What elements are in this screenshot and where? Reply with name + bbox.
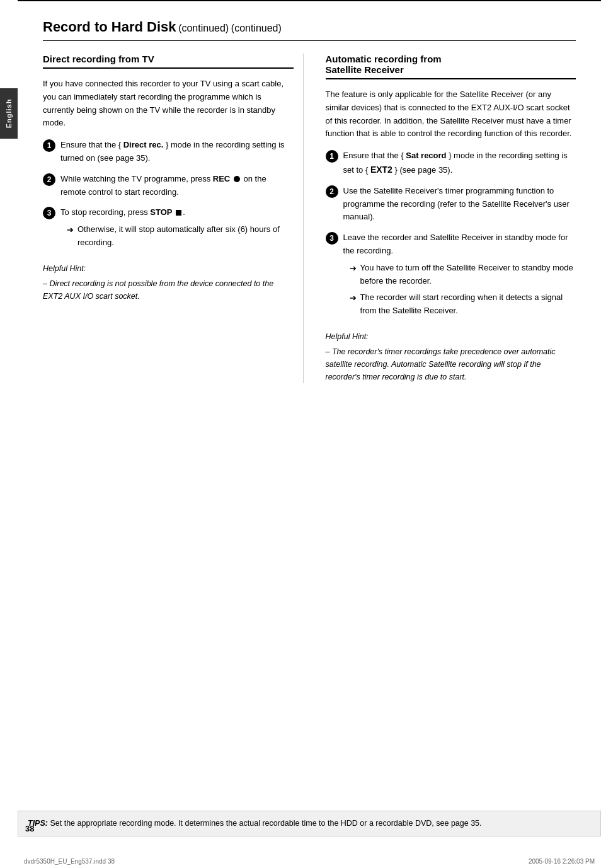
- right-section-header: Automatic recording from Satellite Recei…: [326, 54, 576, 79]
- page-title-continued-text: (continued): [231, 23, 282, 33]
- main-content: Record to Hard Disk (continued) (continu…: [18, 0, 601, 396]
- right-step-2: 2 Use the Satellite Receiver's timer pro…: [326, 185, 576, 224]
- right-header-line1: Automatic recording from: [326, 54, 442, 64]
- page-title-continued: (continued): [178, 23, 229, 33]
- step-number-3: 3: [43, 207, 55, 219]
- right-column: Automatic recording from Satellite Recei…: [323, 54, 576, 383]
- two-col-layout: Direct recording from TV If you have con…: [43, 54, 576, 383]
- rec-label: REC: [213, 174, 230, 183]
- right-step-2-content: Use the Satellite Receiver's timer progr…: [343, 185, 576, 224]
- file-info-bar: dvdr5350H_EU_Eng537.indd 38 2005-09-16 2…: [18, 858, 601, 865]
- side-language-label: English: [0, 88, 18, 139]
- stop-label: STOP: [150, 207, 172, 217]
- right-helpful-hint: Helpful Hint: – The recorder's timer rec…: [326, 330, 576, 383]
- page-header: Record to Hard Disk (continued) (continu…: [43, 19, 576, 41]
- right-step-3-arrow1: ➔ You have to turn off the Satellite Rec…: [350, 262, 576, 288]
- tips-footer: TIPS: Set the appropriate recording mode…: [18, 811, 601, 836]
- right-step-3: 3 Leave the recorder and Satellite Recei…: [326, 231, 576, 321]
- left-hint-title: Helpful Hint:: [43, 262, 294, 275]
- stop-icon: [176, 210, 181, 216]
- left-step-2: 2 While watching the TV programme, press…: [43, 173, 294, 199]
- right-step-3-content: Leave the recorder and Satellite Receive…: [343, 231, 576, 321]
- direct-rec-bold: Direct rec.: [123, 140, 164, 149]
- left-helpful-hint: Helpful Hint: – Direct recording is not …: [43, 262, 294, 303]
- step-3-arrow: ➔ Otherwise, it will stop automatically …: [67, 223, 294, 250]
- file-info-right: 2005-09-16 2:26:03 PM: [529, 858, 595, 865]
- left-section-header: Direct recording from TV: [43, 54, 294, 69]
- file-info-left: dvdr5350H_EU_Eng537.indd 38: [24, 858, 115, 865]
- left-step-3: 3 To stop recording, press STOP . ➔ Othe…: [43, 206, 294, 253]
- right-arrow1-text: You have to turn off the Satellite Recei…: [360, 262, 576, 288]
- language-text: English: [5, 99, 13, 129]
- right-step-1-content: Ensure that the { Sat record } mode in t…: [343, 149, 576, 177]
- right-step-number-1: 1: [326, 150, 338, 163]
- page-number: 38: [25, 824, 34, 833]
- step-1-content: Ensure that the { Direct rec. } mode in …: [60, 139, 294, 165]
- right-step-1: 1 Ensure that the { Sat record } mode in…: [326, 149, 576, 177]
- arrow-icon-1: ➔: [350, 262, 357, 275]
- left-intro: If you have connected this recorder to y…: [43, 78, 294, 130]
- right-step-number-2: 2: [326, 185, 338, 198]
- ext2-bold: EXT2: [370, 165, 392, 175]
- tips-text: Set the appropriate recording mode. It d…: [50, 819, 481, 828]
- sat-record-bold: Sat record: [406, 151, 446, 160]
- step-3-content: To stop recording, press STOP . ➔ Otherw…: [60, 206, 294, 253]
- left-column: Direct recording from TV If you have con…: [43, 54, 304, 383]
- page-container: English Record to Hard Disk (continued) …: [0, 0, 601, 868]
- right-header-line2: Satellite Receiver: [326, 64, 404, 75]
- step-number-2: 2: [43, 173, 55, 186]
- left-step-1: 1 Ensure that the { Direct rec. } mode i…: [43, 139, 294, 165]
- right-hint-title: Helpful Hint:: [326, 330, 576, 343]
- left-hint-text: – Direct recording is not possible from …: [43, 277, 294, 303]
- step-3-arrow-text: Otherwise, it will stop automatically af…: [77, 223, 294, 250]
- arrow-icon: ➔: [67, 224, 74, 237]
- right-arrow2-text: The recorder will start recording when i…: [360, 291, 576, 318]
- step-number-1: 1: [43, 139, 55, 152]
- page-title: Record to Hard Disk: [43, 19, 176, 35]
- rec-bullet-icon: [234, 176, 240, 182]
- right-step-3-arrow2: ➔ The recorder will start recording when…: [350, 291, 576, 318]
- right-step-number-3: 3: [326, 232, 338, 245]
- arrow-icon-2: ➔: [350, 292, 357, 305]
- right-intro: The feature is only applicable for the S…: [326, 88, 576, 141]
- right-hint-text: – The recorder's timer recordings take p…: [326, 345, 576, 383]
- step-2-content: While watching the TV programme, press R…: [60, 173, 294, 199]
